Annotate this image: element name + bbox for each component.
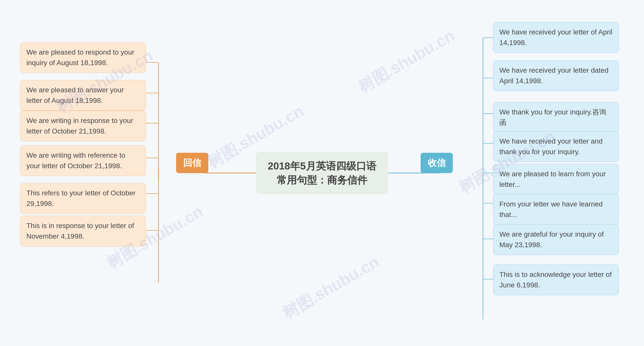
right-leaf-8: This is to acknowledge your letter of Ju… — [493, 265, 619, 295]
right-leaf-4: We have received your letter and thank y… — [493, 131, 619, 162]
left-leaf-3: We are writing in response to your lette… — [20, 111, 146, 141]
right-leaf-5: We are pleased to learn from your letter… — [493, 164, 619, 195]
right-leaf-1: We have received your letter of April 14… — [493, 22, 619, 53]
branch-node-left: 回信 — [176, 153, 208, 173]
left-leaf-6: This is in response to your letter of No… — [20, 216, 146, 246]
left-leaf-4: We are writing with reference to your le… — [20, 145, 146, 176]
branch-node-right: 收信 — [421, 153, 453, 173]
right-leaf-6: From your letter we have learned that... — [493, 194, 619, 225]
center-node: 2018年5月英语四级口语 常用句型：商务信件 — [256, 152, 388, 194]
left-leaf-1: We are pleased to respond to your inquir… — [20, 42, 146, 73]
left-leaf-5: This refers to your letter of October 29… — [20, 183, 146, 214]
left-leaf-2: We are pleased to answer your letter of … — [20, 80, 146, 111]
right-leaf-7: We are grateful for your inquiry of May … — [493, 224, 619, 255]
right-leaf-2: We have received your letter dated April… — [493, 60, 619, 91]
mindmap-container: 2018年5月英语四级口语 常用句型：商务信件 回信 收信 We are ple… — [0, 0, 644, 346]
right-leaf-3: We thank you for your inquiry.咨询函 — [493, 102, 619, 133]
center-node-title: 2018年5月英语四级口语 常用句型：商务信件 — [268, 159, 376, 187]
